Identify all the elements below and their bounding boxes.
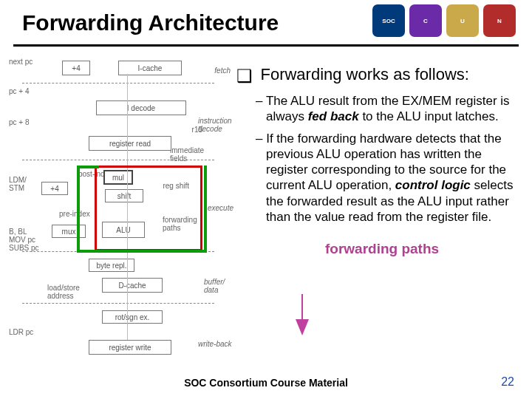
box-rot: rot/sgn ex. [102,310,163,324]
b1-post: to the ALU input latches. [359,109,499,123]
callout-line [301,294,303,321]
box-mux: mux [52,225,86,238]
highlight-red-box [95,166,202,251]
lead-line: ❑ Forwarding works as follows: [236,64,517,84]
label-loadstore-addr: load/store address [47,284,84,300]
bullet-1: The ALU result from the EX/MEM register … [256,93,517,125]
bullet-list: The ALU result from the EX/MEM register … [256,93,517,225]
label-next-pc: next pc [9,58,33,66]
stage-fetch: fetch [214,66,231,75]
b1-em: fed back [308,109,359,123]
lead-text: Forwarding works as follows: [260,65,468,83]
highlight-green-horizontal [77,250,207,253]
stage-sep-4 [22,303,214,304]
box-plus4-b: +4 [41,182,68,195]
label-bbl: B, BL MOV pc SUBS pc [9,228,44,252]
label-pc4: pc + 4 [9,87,30,95]
page-number: 22 [501,375,514,389]
text-content: ❑ Forwarding works as follows: The ALU r… [236,64,517,257]
highlight-green-vertical-r [204,166,207,253]
box-plus4-a: +4 [62,61,90,75]
stage-decode: instruction decode [198,117,242,133]
bullet-square-icon: ❑ [236,66,253,86]
box-icache: I-cache [118,61,182,75]
callout-arrow-icon [296,319,309,335]
footer-text: SOC Consortium Course Material [0,377,532,389]
page-title: Forwarding Architecture [22,10,279,35]
stage-buffer: buffer/ data [204,278,236,294]
label-pc8: pc + 8 [9,118,30,126]
box-register-write: register write [89,340,171,355]
pipeline-diagram: fetch instruction decode execute buffer/… [7,55,229,372]
stage-sep-1 [22,83,214,83]
title-divider [13,44,519,47]
label-preindex: pre-index [59,210,90,218]
logo-row: SOC C U N [372,4,516,37]
logo-soc: SOC [372,4,405,37]
bullet-2: If the forwarding hardware detects that … [256,131,517,225]
b2-em: control logic [395,178,471,192]
stage-execute: execute [208,204,233,212]
highlight-green-vertical [77,166,80,253]
forwarding-paths-label: forwarding paths [325,241,517,257]
logo-consortium: C [409,4,442,37]
highlight-green-top [77,166,99,168]
stage-writeback: write-back [198,340,239,348]
stage-sep-2 [22,160,214,160]
label-ldrpc: LDR pc [9,328,33,336]
label-ldm: LDM/ STM [9,176,31,192]
logo-university-1: U [446,4,479,37]
label-r15: r15 [192,126,202,134]
box-register-read: register read [89,136,171,151]
logo-university-2: N [483,4,516,37]
box-idecode: I decode [96,100,186,115]
box-dcache: D-cache [102,278,163,293]
